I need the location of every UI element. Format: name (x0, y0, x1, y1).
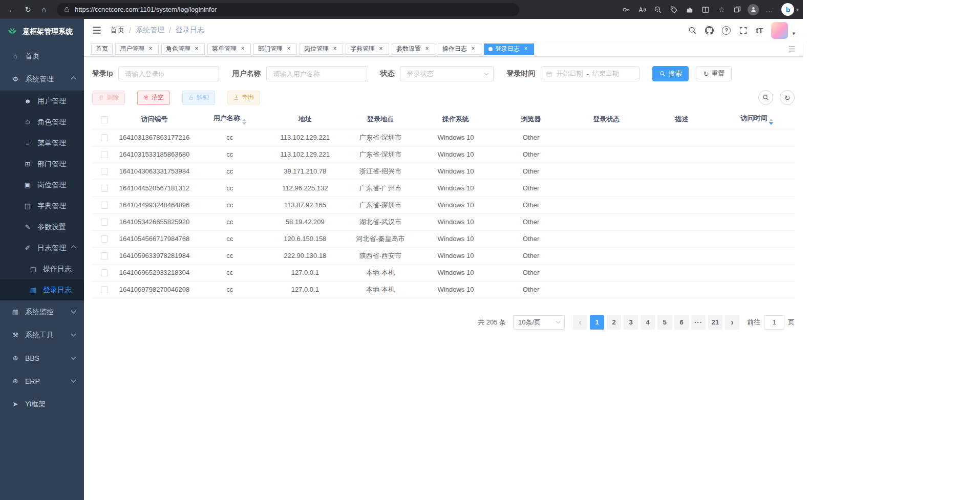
next-page-button[interactable]: › (725, 315, 739, 330)
tags-menu-icon[interactable] (788, 45, 796, 53)
row-checkbox[interactable] (101, 134, 108, 141)
sidebar-item-home[interactable]: ⌂ 首页 (0, 45, 84, 68)
page-button-5[interactable]: 5 (657, 315, 672, 330)
col-visit-id[interactable]: 访问编号 (117, 110, 192, 129)
favorites-icon[interactable]: ☆ (714, 2, 730, 17)
collections-icon[interactable] (730, 2, 745, 17)
row-checkbox[interactable] (101, 219, 108, 226)
login-ip-input[interactable] (118, 66, 219, 81)
close-icon[interactable]: × (377, 46, 385, 53)
back-button[interactable]: ← (4, 2, 20, 17)
col-location[interactable]: 登录地点 (343, 110, 418, 129)
tab-role-management[interactable]: 角色管理× (161, 44, 205, 55)
page-button-3[interactable]: 3 (624, 315, 638, 330)
sidebar-item-erp[interactable]: ⊛ ERP (0, 369, 84, 393)
address-bar[interactable]: https://ccnetcore.com:1101/system/log/lo… (57, 3, 519, 16)
browser-home-button[interactable]: ⌂ (36, 2, 52, 17)
sidebar-item-parameter-settings[interactable]: ✎ 参数设置 (0, 216, 84, 237)
sidebar-item-dictionary-management[interactable]: ▤ 字典管理 (0, 195, 84, 216)
close-icon[interactable]: × (522, 46, 529, 53)
unlock-button[interactable]: 解锁 (182, 91, 215, 105)
page-button-1[interactable]: 1 (590, 315, 604, 330)
end-date[interactable]: 结束日期 (592, 69, 619, 78)
sidebar-item-menu-management[interactable]: ≡ 菜单管理 (0, 133, 84, 154)
username-input[interactable] (266, 66, 367, 81)
close-icon[interactable]: × (193, 46, 200, 53)
delete-button[interactable]: 删除 (92, 91, 125, 105)
search-toggle-button[interactable] (758, 90, 773, 105)
tab-position-management[interactable]: 岗位管理× (300, 44, 343, 55)
profile-icon[interactable] (745, 2, 761, 17)
sidebar-item-operation-log[interactable]: ▢ 操作日志 (0, 258, 84, 279)
tab-operation-log[interactable]: 操作日志× (438, 44, 481, 55)
col-visit-time[interactable]: 访问时间 (719, 110, 795, 129)
search-button[interactable]: 搜索 (652, 66, 689, 81)
close-icon[interactable]: × (285, 46, 292, 53)
prev-page-button[interactable]: ‹ (573, 315, 587, 330)
row-checkbox[interactable] (101, 235, 108, 243)
sort-icon[interactable] (242, 119, 246, 125)
row-checkbox[interactable] (101, 286, 108, 293)
zoom-icon[interactable] (650, 2, 666, 17)
page-button-4[interactable]: 4 (641, 315, 655, 330)
row-checkbox[interactable] (101, 151, 108, 158)
goto-page-input[interactable] (764, 315, 784, 330)
status-select[interactable]: 登录状态 (400, 66, 494, 81)
tab-home[interactable]: 首页 (91, 44, 113, 55)
col-browser[interactable]: 浏览器 (494, 110, 569, 129)
row-checkbox[interactable] (101, 252, 108, 259)
sidebar-item-position-management[interactable]: ▣ 岗位管理 (0, 175, 84, 195)
sidebar-item-system-monitor[interactable]: ▦ 系统监控 (0, 300, 84, 323)
fullscreen-icon[interactable] (739, 26, 748, 35)
select-all-checkbox[interactable] (101, 116, 108, 123)
shopping-icon[interactable] (666, 2, 682, 17)
row-checkbox[interactable] (101, 185, 108, 192)
font-size-icon[interactable]: tT (756, 26, 763, 35)
sidebar-toggle-icon[interactable] (92, 25, 102, 35)
refresh-page-button[interactable]: ↻ (20, 2, 36, 17)
close-icon[interactable]: × (147, 46, 154, 53)
page-button-6[interactable]: 6 (674, 315, 689, 330)
github-icon[interactable] (705, 26, 714, 35)
sort-icon[interactable] (769, 119, 773, 125)
tab-menu-management[interactable]: 菜单管理× (207, 44, 251, 55)
reset-button[interactable]: ↻ 重置 (696, 66, 732, 81)
extensions-icon[interactable] (682, 2, 698, 17)
password-key-icon[interactable] (619, 2, 634, 17)
search-icon[interactable] (688, 26, 697, 35)
sidebar-item-yi-framework[interactable]: ➤ Yi框架 (0, 393, 84, 416)
user-avatar[interactable] (771, 22, 788, 39)
split-screen-icon[interactable] (698, 2, 714, 17)
col-description[interactable]: 描述 (644, 110, 719, 129)
start-date[interactable]: 开始日期 (556, 69, 583, 78)
refresh-table-button[interactable]: ↻ (780, 90, 795, 105)
close-icon[interactable]: × (239, 46, 246, 53)
tab-user-management[interactable]: 用户管理× (115, 44, 159, 55)
row-checkbox[interactable] (101, 168, 108, 175)
tab-department-management[interactable]: 部门管理× (253, 44, 297, 55)
clear-button[interactable]: 清空 (137, 91, 170, 105)
row-checkbox[interactable] (101, 269, 108, 276)
date-range-picker[interactable]: 开始日期 - 结束日期 (541, 66, 640, 81)
col-username[interactable]: 用户名称 (192, 110, 267, 129)
close-icon[interactable]: × (331, 46, 338, 53)
read-aloud-icon[interactable] (634, 2, 650, 17)
sidebar-item-user-management[interactable]: ☻ 用户管理 (0, 91, 84, 112)
tab-parameter-settings[interactable]: 参数设置× (392, 44, 435, 55)
sidebar-item-bbs[interactable]: ⊕ BBS (0, 346, 84, 369)
col-os[interactable]: 操作系统 (418, 110, 493, 129)
sidebar-item-system-tools[interactable]: ⚒ 系统工具 (0, 323, 84, 346)
tab-login-log[interactable]: 登录日志× (484, 44, 534, 55)
col-login-status[interactable]: 登录状态 (569, 110, 644, 129)
page-button-21[interactable]: 21 (708, 315, 722, 330)
sidebar-item-role-management[interactable]: ☺ 角色管理 (0, 112, 84, 133)
sidebar-item-log-management[interactable]: ✐ 日志管理 (0, 237, 84, 258)
more-pages-button[interactable]: ··· (691, 315, 706, 330)
col-address[interactable]: 地址 (267, 110, 343, 129)
breadcrumb-system[interactable]: 系统管理 (136, 26, 164, 35)
settings-ellipsis-icon[interactable]: … (761, 2, 777, 17)
tab-dictionary-management[interactable]: 字典管理× (346, 44, 389, 55)
page-button-2[interactable]: 2 (607, 315, 621, 330)
close-icon[interactable]: × (423, 46, 431, 53)
copilot-icon[interactable] (781, 3, 794, 16)
